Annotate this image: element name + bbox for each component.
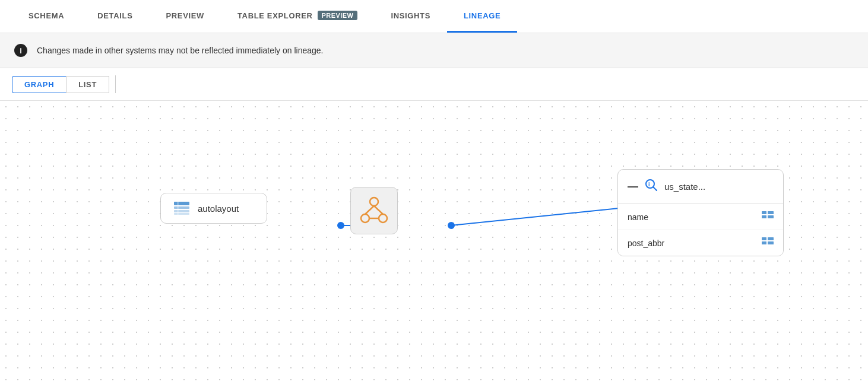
tab-schema[interactable]: SCHEMA [12, 0, 81, 33]
toggle-divider [115, 75, 116, 93]
dest-search-icon: i [644, 178, 658, 195]
tab-insights[interactable]: INSIGHTS [374, 0, 447, 33]
svg-rect-26 [768, 241, 774, 244]
info-text: Changes made in other systems may not be… [37, 46, 323, 55]
svg-rect-8 [174, 213, 189, 215]
tab-details[interactable]: DETAILS [81, 0, 149, 33]
svg-point-3 [448, 222, 455, 229]
svg-line-17 [654, 187, 657, 191]
field-name-label: name [628, 212, 648, 222]
svg-rect-20 [768, 211, 774, 214]
source-node-label: autolayout [198, 203, 239, 214]
svg-rect-19 [762, 211, 766, 214]
view-toggle-bar: GRAPH LIST [0, 68, 868, 101]
svg-point-12 [379, 214, 387, 222]
tab-bar: SCHEMA DETAILS PREVIEW TABLE EXPLORER PR… [0, 0, 868, 33]
svg-text:i: i [648, 182, 650, 187]
svg-rect-9 [178, 202, 179, 215]
field-post-abbr-label: post_abbr [628, 238, 664, 248]
destination-fields: name post_abbr [618, 204, 783, 256]
svg-point-0 [337, 222, 344, 229]
svg-rect-5 [174, 202, 189, 205]
field-row-post-abbr: post_abbr [618, 230, 783, 256]
svg-rect-7 [174, 210, 189, 212]
svg-rect-22 [768, 215, 774, 218]
field-name-icon [762, 211, 774, 222]
tab-table-explorer[interactable]: TABLE EXPLORER PREVIEW [221, 0, 374, 33]
info-icon: i [14, 44, 27, 57]
destination-name: us_state... [664, 182, 705, 192]
transform-icon [359, 196, 389, 225]
dest-dash-icon: — [628, 180, 638, 193]
info-banner: i Changes made in other systems may not … [0, 33, 868, 68]
source-node[interactable]: autolayout [160, 193, 267, 224]
transform-node[interactable] [350, 187, 398, 234]
svg-rect-25 [762, 241, 766, 244]
svg-point-10 [370, 198, 378, 206]
list-view-button[interactable]: LIST [66, 76, 109, 93]
svg-line-13 [365, 206, 374, 214]
destination-header: — i us_state... [618, 170, 783, 204]
svg-rect-24 [768, 237, 774, 240]
tab-lineage[interactable]: LINEAGE [447, 0, 517, 33]
preview-badge: PREVIEW [318, 11, 358, 20]
field-post-abbr-icon [762, 237, 774, 249]
graph-view-button[interactable]: GRAPH [12, 76, 66, 93]
destination-node[interactable]: — i us_state... name [617, 169, 784, 256]
svg-rect-21 [762, 215, 766, 218]
svg-rect-23 [762, 237, 766, 240]
svg-rect-6 [174, 206, 189, 209]
svg-point-11 [361, 214, 369, 222]
table-icon [174, 202, 189, 215]
svg-line-14 [374, 206, 383, 214]
tab-preview[interactable]: PREVIEW [149, 0, 221, 33]
field-row-name: name [618, 204, 783, 230]
graph-canvas[interactable]: autolayout — i us_state... [0, 101, 868, 388]
